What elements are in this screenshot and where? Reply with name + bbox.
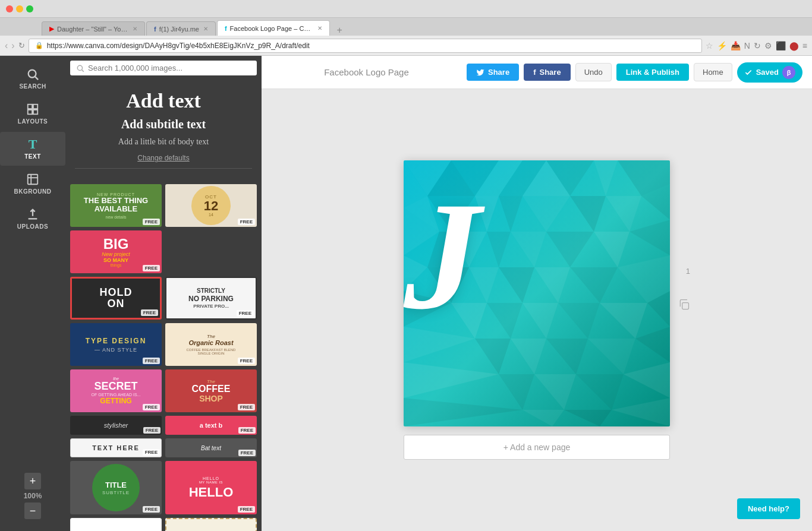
lock-icon: 🔒 xyxy=(35,42,43,49)
template-text: 12 xyxy=(204,200,218,213)
page-title: Facebook Logo Page xyxy=(271,67,462,77)
template-bat-text[interactable]: Bat text FREE xyxy=(165,438,257,457)
uploads-icon xyxy=(26,208,39,221)
sidebar-item-layouts[interactable]: LAYOUTS xyxy=(0,97,65,131)
template-text: new details xyxy=(105,215,126,219)
template-text: AVAILABLE xyxy=(95,205,137,213)
template-type-design[interactable]: TYPE DESIGN — and style FREE xyxy=(70,323,162,366)
template-text-here[interactable]: TEXT HERE FREE xyxy=(70,438,162,457)
template-text: — and style xyxy=(95,347,137,353)
main-area: Facebook Logo Page Share f Share Undo Li… xyxy=(262,56,812,531)
template-coffee-shop[interactable]: The COFFEE SHOP FREE xyxy=(165,369,257,412)
minimize-button[interactable] xyxy=(16,5,23,12)
template-text: SO MANY xyxy=(103,257,128,263)
undo-button[interactable]: Undo xyxy=(575,63,612,81)
bookmark-icon[interactable]: ☆ xyxy=(706,41,713,50)
template-text: HOLD xyxy=(100,287,133,299)
add-page-button[interactable]: + Add a new page xyxy=(404,435,670,460)
tab-close-youtube[interactable]: ✕ xyxy=(133,26,137,32)
tab-close-canva[interactable]: ✕ xyxy=(317,25,322,31)
template-big[interactable]: BIG New project SO MANY things FREE xyxy=(70,230,162,273)
facebook-share-button[interactable]: f Share xyxy=(524,64,570,81)
need-help-button[interactable]: Need help? xyxy=(737,498,800,519)
toolbar-icon-1[interactable]: ⚡ xyxy=(717,41,727,50)
search-box[interactable] xyxy=(70,61,257,75)
template-text: GETTING xyxy=(100,397,131,405)
sidebar-label-uploads: UPLOADS xyxy=(17,223,48,230)
free-badge: FREE xyxy=(238,427,256,434)
top-toolbar: Facebook Logo Page Share f Share Undo Li… xyxy=(262,56,812,89)
new-tab-button[interactable]: + xyxy=(333,25,346,36)
twitter-share-button[interactable]: Share xyxy=(467,64,519,81)
free-badge: FREE xyxy=(238,358,255,364)
tab-close-fb1[interactable]: ✕ xyxy=(203,26,208,32)
template-oct[interactable]: OCT 12 14 FREE xyxy=(165,184,257,227)
home-button[interactable]: Home xyxy=(694,63,732,81)
free-badge: FREE xyxy=(143,449,160,456)
tab-facebook-jir[interactable]: f f(1) Jir4yu.me ✕ xyxy=(146,21,216,36)
svg-line-1 xyxy=(35,77,38,80)
free-badge: FREE xyxy=(143,427,160,434)
svg-rect-4 xyxy=(28,110,32,114)
template-stylish[interactable]: stylisher FREE xyxy=(70,416,162,435)
add-subtitle-button[interactable]: Add subtitle text xyxy=(75,118,252,131)
toolbar-icon-7[interactable]: ⬤ xyxy=(789,41,799,50)
sidebar-item-uploads[interactable]: UPLOADS xyxy=(0,202,65,236)
saved-label: Saved xyxy=(756,68,779,77)
toolbar-icon-4[interactable]: ↻ xyxy=(754,41,761,50)
template-secret[interactable]: the SECRET OF GETTING AHEAD IS... GETTIN… xyxy=(70,369,162,412)
change-defaults-link[interactable]: Change defaults xyxy=(75,154,252,162)
sidebar-item-background[interactable]: BKGROUND xyxy=(0,167,65,201)
template-text: SHOP xyxy=(199,394,223,403)
sidebar-item-search[interactable]: SEARCH xyxy=(0,62,65,96)
add-title-button[interactable]: Add text xyxy=(75,90,252,112)
canvas-area: J 1 + Add a new page xyxy=(262,89,812,531)
zoom-plus-button[interactable]: + xyxy=(24,473,41,489)
reload-button[interactable]: ↻ xyxy=(18,41,25,50)
tab-label-canva: Facebook Logo Page – Ca... xyxy=(230,25,313,32)
toolbar-icon-menu[interactable]: ≡ xyxy=(802,41,807,50)
maximize-button[interactable] xyxy=(26,5,33,12)
template-text: SECRET xyxy=(94,381,137,393)
svg-point-11 xyxy=(77,65,82,70)
address-bar[interactable]: 🔒 https://www.canva.com/design/DAAyH8gvT… xyxy=(29,39,702,53)
template-text: stylisher xyxy=(104,422,128,429)
template-text: Bat text xyxy=(201,445,221,451)
template-hello[interactable]: HELLO MY NAME IS HELLO FREE xyxy=(165,461,257,514)
close-button[interactable] xyxy=(6,5,13,12)
back-button[interactable]: ‹ xyxy=(5,40,8,51)
toolbar-icon-3[interactable]: N xyxy=(744,41,750,50)
free-badge: FREE xyxy=(143,404,160,410)
template-text: SINGLE ORIGIN xyxy=(197,352,224,355)
text-options-panel: Add text Add subtitle text Add a little … xyxy=(65,80,262,184)
tab-canva-active[interactable]: f Facebook Logo Page – Ca... ✕ xyxy=(217,20,330,36)
zoom-level-display: 100% xyxy=(24,492,42,500)
template-text: MY NAME IS xyxy=(199,481,223,484)
add-body-button[interactable]: Add a little bit of body text xyxy=(75,137,252,147)
design-canvas[interactable]: J xyxy=(404,160,670,426)
tab-youtube[interactable]: ▶ Daughter – "Still" – You... ✕ xyxy=(42,21,145,36)
template-strictly-no-parking[interactable]: STRICTLY NO PARKING PRIVATE PRO... FREE xyxy=(165,277,257,320)
template-best-thing[interactable]: NEW PRODUCT THE BEST THING AVAILABLE new… xyxy=(70,184,162,227)
beta-badge: β xyxy=(782,66,795,79)
forward-button[interactable]: › xyxy=(11,40,14,51)
toolbar-icon-2[interactable]: 📥 xyxy=(731,41,741,50)
duplicate-icon[interactable] xyxy=(678,299,690,314)
sidebar-item-text[interactable]: T TEXT xyxy=(0,132,65,166)
svg-rect-2 xyxy=(28,105,32,109)
template-title-subtitle[interactable]: TITLE SUBTITLE FREE xyxy=(70,461,162,514)
toolbar-icon-5[interactable]: ⚙ xyxy=(764,41,772,50)
template-a-text-b[interactable]: a text b FREE xyxy=(165,416,257,435)
link-publish-button[interactable]: Link & Publish xyxy=(616,64,689,81)
zoom-minus-button[interactable]: − xyxy=(24,502,41,519)
free-badge: FREE xyxy=(238,219,255,225)
template-hold-on[interactable]: HOLD ON FREE xyxy=(70,277,162,320)
template-your-name[interactable]: Bat text Your Name FREE xyxy=(70,518,162,531)
search-input[interactable] xyxy=(88,64,251,72)
template-organic-roast[interactable]: The Organic Roast COFFEE BREAKFAST BLEND… xyxy=(165,323,257,366)
toolbar-icon-6[interactable]: ⬛ xyxy=(776,41,786,50)
free-badge: FREE xyxy=(143,219,160,225)
template-admit-one[interactable]: ADMIT ONE FREE xyxy=(165,518,257,531)
free-badge: FREE xyxy=(141,309,158,316)
template-text: TITLE xyxy=(105,481,127,490)
